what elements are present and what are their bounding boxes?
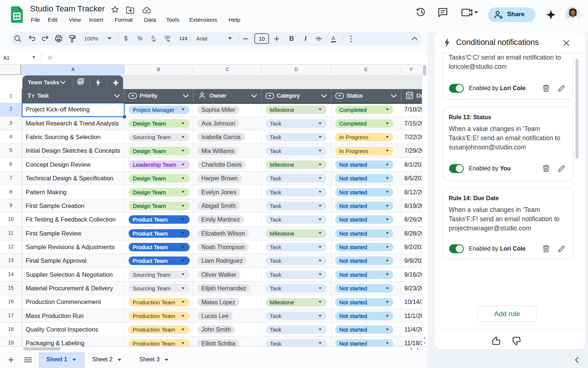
svg-text:.0: .0 xyxy=(150,35,154,40)
svg-text:100%: 100% xyxy=(84,35,98,42)
svg-text:B: B xyxy=(289,35,294,42)
svg-text:10: 10 xyxy=(259,36,265,42)
svg-text:A: A xyxy=(331,35,336,41)
svg-text:$: $ xyxy=(124,35,128,42)
svg-text:Arial: Arial xyxy=(196,35,207,42)
svg-text:123: 123 xyxy=(179,36,187,41)
svg-text:T: T xyxy=(32,94,35,99)
svg-text:T: T xyxy=(28,93,31,99)
svg-text:I: I xyxy=(305,35,307,42)
svg-text:%: % xyxy=(137,35,143,42)
